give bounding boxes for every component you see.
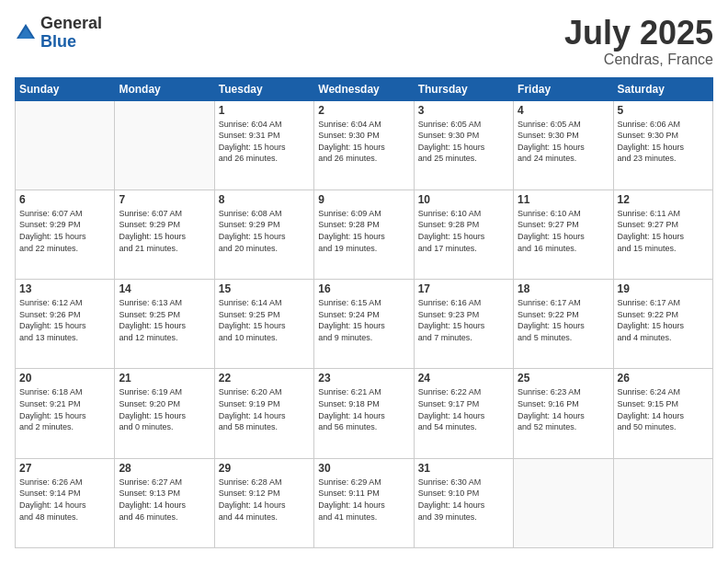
day-number: 22 <box>219 372 310 385</box>
day-info: Sunrise: 6:16 AM Sunset: 9:23 PM Dayligh… <box>418 297 509 343</box>
day-number: 25 <box>518 372 609 385</box>
day-number: 14 <box>119 282 210 295</box>
page: General Blue July 2025 Cendras, France S… <box>0 0 728 563</box>
calendar-cell: 9Sunrise: 6:09 AM Sunset: 9:28 PM Daylig… <box>314 190 414 279</box>
day-number: 19 <box>618 282 709 295</box>
day-info: Sunrise: 6:17 AM Sunset: 9:22 PM Dayligh… <box>618 297 709 343</box>
day-number: 13 <box>19 282 110 295</box>
day-info: Sunrise: 6:18 AM Sunset: 9:21 PM Dayligh… <box>19 386 110 432</box>
calendar-cell: 25Sunrise: 6:23 AM Sunset: 9:16 PM Dayli… <box>514 369 613 458</box>
logo-icon <box>15 22 37 44</box>
day-number: 3 <box>418 104 509 117</box>
calendar-cell: 12Sunrise: 6:11 AM Sunset: 9:27 PM Dayli… <box>613 190 712 279</box>
day-number: 28 <box>119 462 210 475</box>
day-number: 4 <box>518 104 609 117</box>
day-number: 6 <box>19 193 110 206</box>
logo-general: General <box>40 15 102 33</box>
day-info: Sunrise: 6:23 AM Sunset: 9:16 PM Dayligh… <box>518 386 609 432</box>
calendar-cell <box>16 100 115 190</box>
day-number: 23 <box>318 372 409 385</box>
day-info: Sunrise: 6:30 AM Sunset: 9:10 PM Dayligh… <box>418 477 509 523</box>
location: Cendras, France <box>564 52 713 68</box>
calendar-cell: 27Sunrise: 6:26 AM Sunset: 9:14 PM Dayli… <box>16 458 115 547</box>
day-info: Sunrise: 6:05 AM Sunset: 9:30 PM Dayligh… <box>518 119 609 165</box>
header: General Blue July 2025 Cendras, France <box>15 15 713 68</box>
calendar-cell <box>115 100 214 190</box>
day-info: Sunrise: 6:10 AM Sunset: 9:28 PM Dayligh… <box>418 208 509 254</box>
calendar-table: SundayMondayTuesdayWednesdayThursdayFrid… <box>15 77 713 548</box>
calendar-cell: 23Sunrise: 6:21 AM Sunset: 9:18 PM Dayli… <box>314 369 414 458</box>
calendar-week-2: 13Sunrise: 6:12 AM Sunset: 9:26 PM Dayli… <box>16 280 713 369</box>
day-number: 18 <box>518 282 609 295</box>
day-info: Sunrise: 6:04 AM Sunset: 9:31 PM Dayligh… <box>219 119 310 165</box>
day-info: Sunrise: 6:13 AM Sunset: 9:25 PM Dayligh… <box>119 297 210 343</box>
day-number: 12 <box>618 193 709 206</box>
calendar-header-monday: Monday <box>115 77 214 100</box>
calendar-header-row: SundayMondayTuesdayWednesdayThursdayFrid… <box>16 77 713 100</box>
calendar-cell: 7Sunrise: 6:07 AM Sunset: 9:29 PM Daylig… <box>115 190 214 279</box>
calendar-week-4: 27Sunrise: 6:26 AM Sunset: 9:14 PM Dayli… <box>16 458 713 547</box>
day-info: Sunrise: 6:28 AM Sunset: 9:12 PM Dayligh… <box>219 477 310 523</box>
calendar-week-0: 1Sunrise: 6:04 AM Sunset: 9:31 PM Daylig… <box>16 100 713 190</box>
title-block: July 2025 Cendras, France <box>564 15 713 68</box>
day-info: Sunrise: 6:15 AM Sunset: 9:24 PM Dayligh… <box>318 297 409 343</box>
day-number: 27 <box>19 462 110 475</box>
calendar-header-thursday: Thursday <box>414 77 513 100</box>
day-number: 2 <box>318 104 409 117</box>
calendar-header-saturday: Saturday <box>613 77 712 100</box>
day-info: Sunrise: 6:11 AM Sunset: 9:27 PM Dayligh… <box>618 208 709 254</box>
calendar-cell: 29Sunrise: 6:28 AM Sunset: 9:12 PM Dayli… <box>214 458 313 547</box>
day-info: Sunrise: 6:22 AM Sunset: 9:17 PM Dayligh… <box>418 386 509 432</box>
calendar-header-sunday: Sunday <box>16 77 115 100</box>
day-info: Sunrise: 6:09 AM Sunset: 9:28 PM Dayligh… <box>318 208 409 254</box>
calendar-cell: 24Sunrise: 6:22 AM Sunset: 9:17 PM Dayli… <box>414 369 513 458</box>
day-number: 11 <box>518 193 609 206</box>
calendar-cell: 2Sunrise: 6:04 AM Sunset: 9:30 PM Daylig… <box>314 100 414 190</box>
day-info: Sunrise: 6:04 AM Sunset: 9:30 PM Dayligh… <box>318 119 409 165</box>
calendar-cell: 11Sunrise: 6:10 AM Sunset: 9:27 PM Dayli… <box>514 190 613 279</box>
logo-blue: Blue <box>40 33 102 52</box>
calendar-header-wednesday: Wednesday <box>314 77 414 100</box>
calendar-cell: 18Sunrise: 6:17 AM Sunset: 9:22 PM Dayli… <box>514 280 613 369</box>
calendar-cell: 28Sunrise: 6:27 AM Sunset: 9:13 PM Dayli… <box>115 458 214 547</box>
day-info: Sunrise: 6:20 AM Sunset: 9:19 PM Dayligh… <box>219 386 310 432</box>
day-info: Sunrise: 6:26 AM Sunset: 9:14 PM Dayligh… <box>19 477 110 523</box>
calendar-cell: 19Sunrise: 6:17 AM Sunset: 9:22 PM Dayli… <box>613 280 712 369</box>
day-info: Sunrise: 6:07 AM Sunset: 9:29 PM Dayligh… <box>119 208 210 254</box>
calendar-cell: 13Sunrise: 6:12 AM Sunset: 9:26 PM Dayli… <box>16 280 115 369</box>
day-number: 29 <box>219 462 310 475</box>
calendar-cell: 21Sunrise: 6:19 AM Sunset: 9:20 PM Dayli… <box>115 369 214 458</box>
calendar-cell: 6Sunrise: 6:07 AM Sunset: 9:29 PM Daylig… <box>16 190 115 279</box>
calendar-cell: 1Sunrise: 6:04 AM Sunset: 9:31 PM Daylig… <box>214 100 313 190</box>
day-number: 30 <box>318 462 409 475</box>
day-number: 20 <box>19 372 110 385</box>
day-info: Sunrise: 6:29 AM Sunset: 9:11 PM Dayligh… <box>318 477 409 523</box>
logo-text: General Blue <box>40 15 102 52</box>
day-number: 1 <box>219 104 310 117</box>
calendar-cell: 5Sunrise: 6:06 AM Sunset: 9:30 PM Daylig… <box>613 100 712 190</box>
day-number: 21 <box>119 372 210 385</box>
calendar-week-1: 6Sunrise: 6:07 AM Sunset: 9:29 PM Daylig… <box>16 190 713 279</box>
calendar-cell: 31Sunrise: 6:30 AM Sunset: 9:10 PM Dayli… <box>414 458 513 547</box>
day-info: Sunrise: 6:07 AM Sunset: 9:29 PM Dayligh… <box>19 208 110 254</box>
day-info: Sunrise: 6:17 AM Sunset: 9:22 PM Dayligh… <box>518 297 609 343</box>
month-title: July 2025 <box>564 15 713 52</box>
day-info: Sunrise: 6:21 AM Sunset: 9:18 PM Dayligh… <box>318 386 409 432</box>
calendar-cell: 14Sunrise: 6:13 AM Sunset: 9:25 PM Dayli… <box>115 280 214 369</box>
calendar-week-3: 20Sunrise: 6:18 AM Sunset: 9:21 PM Dayli… <box>16 369 713 458</box>
day-info: Sunrise: 6:27 AM Sunset: 9:13 PM Dayligh… <box>119 477 210 523</box>
calendar-cell: 15Sunrise: 6:14 AM Sunset: 9:25 PM Dayli… <box>214 280 313 369</box>
day-number: 10 <box>418 193 509 206</box>
calendar-cell: 22Sunrise: 6:20 AM Sunset: 9:19 PM Dayli… <box>214 369 313 458</box>
day-number: 15 <box>219 282 310 295</box>
day-info: Sunrise: 6:06 AM Sunset: 9:30 PM Dayligh… <box>618 119 709 165</box>
calendar-cell: 4Sunrise: 6:05 AM Sunset: 9:30 PM Daylig… <box>514 100 613 190</box>
day-number: 9 <box>318 193 409 206</box>
day-info: Sunrise: 6:10 AM Sunset: 9:27 PM Dayligh… <box>518 208 609 254</box>
day-number: 5 <box>618 104 709 117</box>
day-info: Sunrise: 6:05 AM Sunset: 9:30 PM Dayligh… <box>418 119 509 165</box>
calendar-cell: 10Sunrise: 6:10 AM Sunset: 9:28 PM Dayli… <box>414 190 513 279</box>
calendar-header-tuesday: Tuesday <box>214 77 313 100</box>
day-number: 8 <box>219 193 310 206</box>
calendar-cell: 17Sunrise: 6:16 AM Sunset: 9:23 PM Dayli… <box>414 280 513 369</box>
